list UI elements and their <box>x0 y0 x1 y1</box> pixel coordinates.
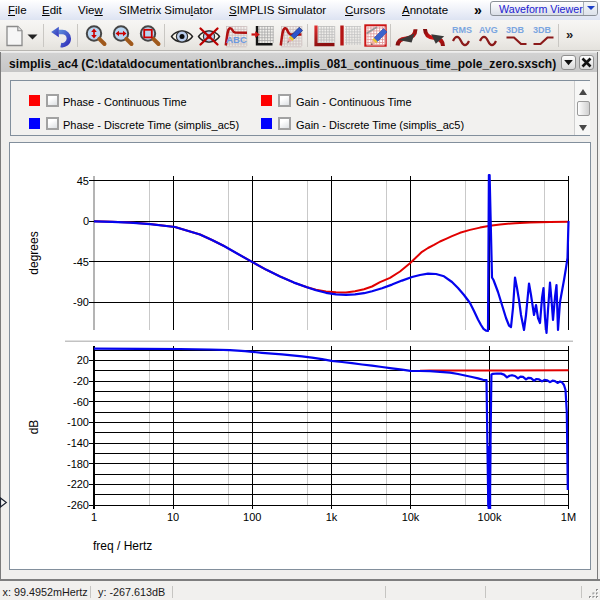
svg-text:-180: -180 <box>67 458 89 470</box>
svg-text:0: 0 <box>83 215 89 227</box>
svg-text:-140: -140 <box>67 437 89 449</box>
svg-text:100: 100 <box>243 511 261 523</box>
svg-text:dB: dB <box>27 420 41 435</box>
svg-text:degrees: degrees <box>27 231 41 274</box>
svg-text:-220: -220 <box>67 478 89 490</box>
svg-text:-100: -100 <box>67 416 89 428</box>
svg-text:ABC: ABC <box>226 34 247 45</box>
svg-text:1: 1 <box>91 511 97 523</box>
svg-text:100k: 100k <box>478 511 502 523</box>
svg-text:1M: 1M <box>561 511 576 523</box>
svg-text:3DB: 3DB <box>506 25 525 35</box>
svg-text:3DB: 3DB <box>533 25 552 35</box>
svg-text:-45: -45 <box>73 256 89 268</box>
svg-text:-260: -260 <box>67 499 89 511</box>
svg-text:-60: -60 <box>73 396 89 408</box>
svg-text:20: 20 <box>77 354 89 366</box>
svg-text:10k: 10k <box>402 511 420 523</box>
svg-text:45: 45 <box>77 175 89 187</box>
svg-text:-90: -90 <box>73 296 89 308</box>
svg-text:1k: 1k <box>326 511 338 523</box>
svg-text:-20: -20 <box>73 375 89 387</box>
svg-text:RMS: RMS <box>452 25 472 35</box>
svg-text:10: 10 <box>167 511 179 523</box>
svg-text:freq / Hertz: freq / Hertz <box>93 539 152 553</box>
svg-text:AVG: AVG <box>479 25 498 35</box>
